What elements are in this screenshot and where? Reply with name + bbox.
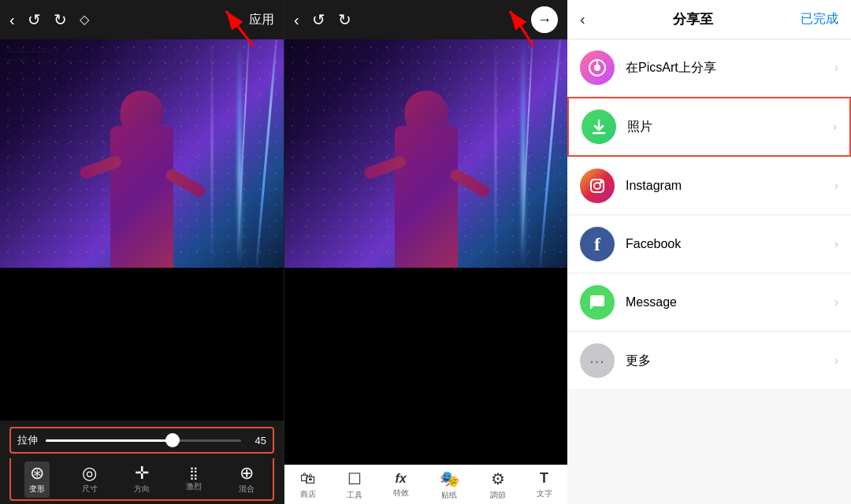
sticker-label: 贴纸 — [441, 490, 457, 501]
adjust-icon: ⚙ — [491, 469, 505, 488]
mid-undo-icon[interactable]: ↺ — [312, 12, 325, 28]
left-black-bar — [0, 268, 284, 346]
apply-button[interactable]: 应用 — [249, 12, 274, 28]
picsart-chevron: › — [834, 61, 838, 75]
header-back-icon[interactable]: ‹ — [580, 10, 585, 28]
share-arrow-icon: → — [537, 12, 552, 28]
mid-redo-icon[interactable]: ↻ — [338, 12, 351, 28]
middle-toolbar: ‹ ↺ ↻ → — [284, 0, 567, 39]
tools-row: ⊛ 变形 ◎ 尺寸 ✛ 方向 ⣿ 激烈 ⊕ 混合 — [9, 458, 274, 501]
share-item-more[interactable]: ··· 更多 › — [567, 332, 851, 390]
share-list: 在PicsArt上分享 › 照片 › Instag — [567, 39, 851, 504]
share-button[interactable]: → — [531, 6, 558, 33]
tool-blend[interactable]: ⊕ 混合 — [234, 461, 259, 498]
left-main-image: · · · · · · · · · · · · · · · · · · · · … — [0, 39, 284, 268]
shop-label: 商店 — [300, 489, 316, 500]
right-header: ‹ 分享至 已完成 — [567, 0, 851, 39]
eraser-icon[interactable]: ◇ — [80, 13, 89, 26]
text-label: 文字 — [537, 488, 552, 499]
tool-direction[interactable]: ✛ 方向 — [129, 461, 154, 498]
tool-warp[interactable]: ⊛ 变形 — [24, 461, 50, 498]
hero-image-mid — [284, 39, 567, 268]
share-item-instagram[interactable]: Instagram › — [567, 158, 851, 215]
scatter-icon: ⣿ — [189, 467, 199, 480]
back-icon[interactable]: ‹ — [9, 12, 15, 28]
warp-icon: ⊛ — [30, 465, 44, 482]
fx-label: 特效 — [393, 487, 409, 498]
middle-panel: ‹ ↺ ↻ → — [284, 0, 567, 504]
message-icon — [580, 285, 615, 320]
scatter-label: 激烈 — [186, 481, 202, 492]
direction-label: 方向 — [134, 484, 150, 495]
instagram-chevron: › — [834, 179, 838, 193]
left-panel: ‹ ↺ ↻ ◇ 应用 — [0, 0, 284, 504]
facebook-label: Facebook — [626, 237, 834, 251]
undo-icon[interactable]: ↺ — [28, 12, 41, 28]
instagram-label: Instagram — [626, 179, 834, 193]
shop-icon: 🛍 — [300, 469, 316, 487]
middle-image-area — [284, 39, 567, 465]
tool-size[interactable]: ◎ 尺寸 — [77, 461, 102, 498]
size-icon: ◎ — [82, 465, 97, 482]
svg-point-3 — [594, 65, 600, 71]
mid-character-body — [395, 126, 458, 268]
redo-icon[interactable]: ↻ — [54, 12, 67, 28]
facebook-chevron: › — [834, 237, 838, 251]
share-item-message[interactable]: Message › — [567, 274, 851, 332]
nav-fx[interactable]: fx 特效 — [393, 472, 409, 498]
share-item-picsart[interactable]: 在PicsArt上分享 › — [567, 39, 851, 97]
slider-label: 拉伸 — [17, 433, 39, 447]
svg-point-7 — [594, 183, 600, 189]
left-toolbar: ‹ ↺ ↻ ◇ 应用 — [0, 0, 284, 39]
svg-point-8 — [600, 181, 602, 183]
slider-row: 拉伸 45 — [9, 427, 274, 454]
sticker-icon: 🎭 — [440, 469, 459, 488]
message-label: Message — [626, 295, 834, 309]
mid-black-bar — [284, 268, 567, 346]
nav-tools[interactable]: ☐ 工具 — [347, 469, 362, 501]
share-item-photos[interactable]: 照片 › — [567, 97, 851, 157]
slider-value: 45 — [247, 435, 266, 447]
hero-image-left: · · · · · · · · · · · · · · · · · · · · … — [0, 39, 284, 268]
slider-track[interactable] — [46, 439, 241, 442]
tools-label: 工具 — [347, 490, 362, 501]
tools-icon: ☐ — [347, 469, 362, 488]
picsart-label: 在PicsArt上分享 — [626, 60, 834, 76]
direction-icon: ✛ — [135, 465, 149, 482]
slider-thumb[interactable] — [165, 433, 180, 447]
header-done-button[interactable]: 已完成 — [801, 11, 838, 28]
nav-shop[interactable]: 🛍 商店 — [300, 469, 316, 500]
mid-main-image — [284, 39, 567, 268]
instagram-icon — [580, 169, 615, 203]
picsart-icon — [580, 50, 615, 85]
left-image-area: · · · · · · · · · · · · · · · · · · · · … — [0, 39, 284, 421]
right-panel: ‹ 分享至 已完成 在PicsArt上分享 › — [567, 0, 851, 504]
header-title: 分享至 — [673, 10, 713, 28]
message-chevron: › — [834, 295, 838, 309]
nav-adjust[interactable]: ⚙ 調節 — [490, 469, 506, 501]
character-body — [110, 126, 173, 268]
tool-scatter[interactable]: ⣿ 激烈 — [181, 464, 206, 495]
photos-chevron: › — [833, 120, 837, 134]
facebook-icon: f — [580, 227, 615, 261]
more-label: 更多 — [626, 353, 834, 369]
slider-fill — [46, 439, 173, 442]
blend-label: 混合 — [239, 484, 255, 495]
photos-icon — [582, 109, 616, 144]
text-icon: T — [540, 470, 548, 487]
nav-sticker[interactable]: 🎭 贴纸 — [440, 469, 459, 501]
more-icon: ··· — [580, 343, 615, 378]
photos-label: 照片 — [627, 119, 833, 135]
left-bottom-controls: 拉伸 45 ⊛ 变形 ◎ 尺寸 ✛ 方向 ⣿ 激烈 — [0, 421, 284, 504]
share-item-facebook[interactable]: f Facebook › — [567, 216, 851, 273]
size-label: 尺寸 — [82, 484, 98, 495]
middle-bottom-bar: 🛍 商店 ☐ 工具 fx 特效 🎭 贴纸 ⚙ 調節 T 文字 — [284, 465, 567, 504]
nav-text[interactable]: T 文字 — [537, 470, 552, 499]
more-chevron: › — [834, 354, 838, 368]
mid-back-icon[interactable]: ‹ — [294, 12, 299, 28]
fx-icon: fx — [395, 472, 406, 486]
adjust-label: 調節 — [490, 490, 506, 501]
warp-label: 变形 — [29, 484, 45, 495]
blend-icon: ⊕ — [240, 465, 254, 482]
